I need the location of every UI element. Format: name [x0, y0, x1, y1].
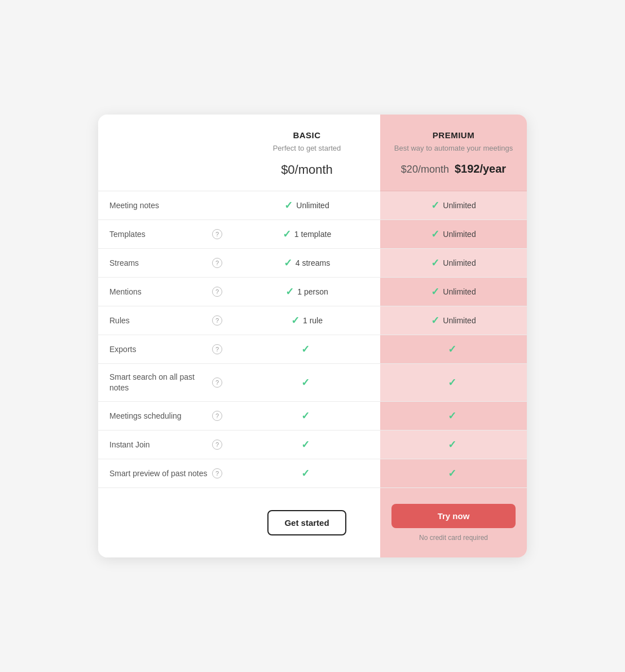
check-icon: ✓ [283, 228, 291, 240]
premium-price-yearly: $192/year [455, 162, 506, 175]
feature-label-text: Mentions [109, 287, 209, 297]
check-icon: ✓ [448, 410, 456, 422]
basic-feature-value: 1 template [294, 230, 331, 239]
check-icon: ✓ [448, 343, 456, 355]
basic-feature-value: Unlimited [296, 201, 329, 210]
premium-plan-header: PREMIUM Best way to automate your meetin… [380, 115, 527, 191]
feature-label-cell: Templates? [98, 220, 234, 249]
feature-label-text: Exports [109, 344, 209, 355]
basic-feature-value: 1 rule [303, 316, 323, 325]
premium-feature-cell: ✓ [380, 402, 527, 431]
premium-feature-cell: ✓Unlimited [380, 249, 527, 278]
premium-price-monthly: $20/month [401, 164, 449, 175]
feature-label-cell: Smart search on all past notes? [98, 364, 234, 402]
premium-plan-name: PREMIUM [391, 130, 516, 140]
premium-feature-value: Unlimited [443, 201, 476, 210]
pricing-header: BASIC Perfect to get started $0/month PR… [98, 115, 527, 191]
feature-label-text: Meetings scheduling [109, 411, 209, 421]
check-icon: ✓ [301, 376, 310, 389]
basic-feature-value: 1 person [297, 287, 328, 296]
footer-empty-cell [98, 488, 234, 557]
premium-feature-cell: ✓Unlimited [380, 306, 527, 335]
premium-feature-value: Unlimited [443, 230, 476, 239]
check-icon: ✓ [301, 410, 310, 422]
help-icon[interactable]: ? [212, 344, 222, 354]
help-icon[interactable]: ? [212, 377, 222, 388]
feature-label-text: Smart preview of past notes [109, 468, 209, 479]
premium-feature-cell: ✓ [380, 335, 527, 364]
feature-label-cell: Meeting notes [98, 191, 234, 220]
feature-label-text: Streams [109, 258, 209, 269]
feature-label-text: Meeting notes [109, 200, 222, 211]
feature-label-text: Smart search on all past notes [109, 372, 209, 393]
basic-feature-value: 4 streams [296, 258, 330, 267]
check-icon: ✓ [431, 228, 439, 240]
premium-feature-cell: ✓ [380, 431, 527, 459]
premium-feature-cell: ✓ [380, 459, 527, 488]
basic-feature-cell: ✓1 rule [234, 306, 380, 335]
help-icon[interactable]: ? [212, 440, 222, 450]
check-icon: ✓ [284, 199, 293, 212]
check-icon: ✓ [301, 467, 310, 480]
help-icon[interactable]: ? [212, 315, 222, 326]
feature-label-text: Instant Join [109, 440, 209, 450]
check-icon: ✓ [431, 314, 439, 327]
header-empty-cell [98, 115, 234, 191]
basic-plan-desc: Perfect to get started [245, 143, 369, 153]
check-icon: ✓ [431, 286, 439, 298]
help-icon[interactable]: ? [212, 258, 222, 268]
check-icon: ✓ [301, 438, 310, 451]
pricing-footer: Get started Try now No credit card requi… [98, 488, 527, 557]
get-started-button[interactable]: Get started [267, 510, 346, 535]
check-icon: ✓ [448, 467, 456, 480]
basic-feature-cell: ✓Unlimited [234, 191, 380, 220]
feature-label-text: Templates [109, 229, 209, 240]
premium-feature-cell: ✓ [380, 364, 527, 402]
try-now-button[interactable]: Try now [391, 504, 516, 528]
basic-feature-cell: ✓1 template [234, 220, 380, 249]
check-icon: ✓ [448, 438, 456, 451]
help-icon[interactable]: ? [212, 229, 222, 239]
check-icon: ✓ [284, 257, 292, 269]
premium-feature-cell: ✓Unlimited [380, 278, 527, 306]
check-icon: ✓ [291, 314, 300, 327]
basic-feature-cell: ✓ [234, 431, 380, 459]
feature-label-cell: Instant Join? [98, 431, 234, 459]
help-icon[interactable]: ? [212, 287, 222, 297]
check-icon: ✓ [285, 286, 294, 298]
feature-label-cell: Mentions? [98, 278, 234, 306]
footer-premium: Try now No credit card required [380, 488, 527, 557]
basic-feature-cell: ✓4 streams [234, 249, 380, 278]
help-icon[interactable]: ? [212, 468, 222, 478]
premium-plan-desc: Best way to automate your meetings [391, 143, 516, 153]
feature-label-cell: Meetings scheduling? [98, 402, 234, 431]
check-icon: ✓ [431, 257, 439, 269]
check-icon: ✓ [431, 199, 439, 212]
premium-feature-cell: ✓Unlimited [380, 220, 527, 249]
footer-basic: Get started [234, 488, 380, 557]
basic-feature-cell: ✓ [234, 459, 380, 488]
premium-feature-value: Unlimited [443, 287, 476, 296]
basic-feature-cell: ✓ [234, 335, 380, 364]
basic-feature-cell: ✓ [234, 402, 380, 431]
feature-label-cell: Smart preview of past notes? [98, 459, 234, 488]
premium-feature-value: Unlimited [443, 258, 476, 267]
feature-label-cell: Rules? [98, 306, 234, 335]
feature-label-cell: Streams? [98, 249, 234, 278]
premium-plan-price-row: $20/month $192/year [391, 162, 516, 175]
feature-rows: Meeting notes✓Unlimited✓UnlimitedTemplat… [98, 191, 527, 488]
premium-feature-value: Unlimited [443, 316, 476, 325]
basic-feature-cell: ✓ [234, 364, 380, 402]
check-icon: ✓ [448, 376, 456, 389]
feature-label-cell: Exports? [98, 335, 234, 364]
basic-plan-name: BASIC [245, 130, 369, 140]
basic-plan-price: $0/month [245, 162, 369, 177]
basic-feature-cell: ✓1 person [234, 278, 380, 306]
pricing-card: BASIC Perfect to get started $0/month PR… [98, 115, 527, 557]
premium-feature-cell: ✓Unlimited [380, 191, 527, 220]
feature-label-text: Rules [109, 315, 209, 326]
basic-plan-header: BASIC Perfect to get started $0/month [234, 115, 380, 191]
check-icon: ✓ [301, 343, 310, 355]
help-icon[interactable]: ? [212, 411, 222, 421]
no-credit-card-text: No credit card required [419, 534, 488, 542]
